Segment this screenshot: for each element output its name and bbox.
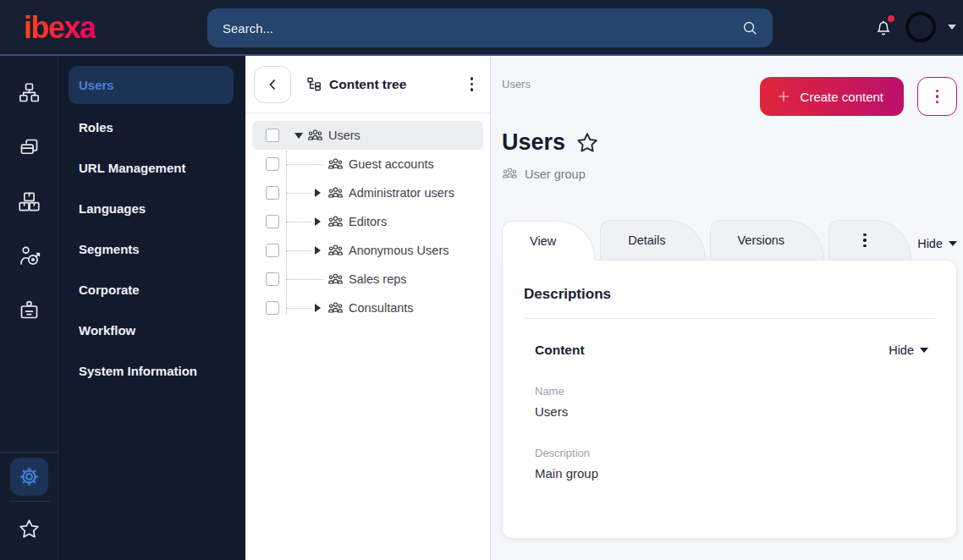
card-divider [524, 318, 935, 319]
tree-guide-line [286, 164, 323, 165]
admin-sidebar: Users Roles URL Management Languages Seg… [58, 56, 245, 560]
tab-details[interactable]: Details [600, 220, 705, 260]
rail-divider [9, 501, 50, 502]
content-tree-icon [306, 76, 322, 92]
tab-bar: View Details Versions Hide [502, 220, 957, 260]
settings-button[interactable] [10, 458, 48, 496]
tree-checkbox[interactable] [266, 272, 279, 286]
content-type-label: User group [525, 167, 586, 181]
tree-item-guest-accounts[interactable]: Guest accounts [252, 150, 483, 178]
ibexa-logo[interactable]: ibexa [24, 10, 96, 46]
tree-item-anonymous-users[interactable]: Anonymous Users [252, 236, 483, 265]
hide-section-toggle[interactable]: Hide [889, 343, 928, 357]
plus-icon [775, 88, 792, 105]
rail-bottom [0, 452, 58, 560]
sidebar-item-url-management[interactable]: URL Management [58, 147, 245, 188]
tree-item-users[interactable]: Users [252, 121, 483, 150]
tab-versions[interactable]: Versions [710, 220, 825, 260]
bookmarks-button[interactable] [10, 510, 48, 548]
user-menu-caret-icon[interactable] [948, 25, 956, 30]
global-search[interactable] [207, 8, 773, 47]
search-icon[interactable] [740, 19, 759, 37]
tree-item-consultants[interactable]: Consultants [252, 294, 483, 322]
id-badge-icon [18, 299, 41, 321]
caret-right-icon[interactable] [315, 304, 321, 312]
tree-checkbox[interactable] [266, 301, 279, 315]
tree-checkbox[interactable] [266, 186, 279, 200]
content-actions-menu[interactable] [917, 77, 957, 116]
tree-guide-line [286, 308, 311, 309]
tree-item-editors[interactable]: Editors [252, 207, 483, 236]
caret-down-icon [920, 348, 928, 353]
caret-right-icon[interactable] [315, 189, 321, 197]
tree-options-menu[interactable] [467, 74, 477, 95]
tree-item-label: Users [328, 129, 360, 142]
sidebar-item-personalization[interactable] [10, 237, 48, 275]
hide-label: Hide [917, 237, 943, 250]
sidebar-item-products[interactable] [10, 183, 48, 221]
sidebar-item-pages[interactable] [10, 129, 48, 167]
tree-checkbox[interactable] [266, 215, 279, 228]
bookmark-star-icon[interactable] [575, 131, 599, 155]
sidebar-item-segments[interactable]: Segments [58, 228, 245, 269]
collapse-tree-button[interactable] [254, 66, 291, 103]
sidebar-item-roles[interactable]: Roles [58, 107, 245, 147]
create-content-button[interactable]: Create content [760, 77, 904, 116]
content-tree-title: Content tree [329, 77, 406, 92]
hide-label: Hide [889, 343, 914, 357]
content-tree-panel: Content tree Users [245, 56, 491, 560]
tab-more-menu[interactable] [828, 220, 911, 260]
sidebar-item-languages[interactable]: Languages [58, 188, 245, 228]
caret-right-icon[interactable] [315, 217, 321, 226]
tree-guide-line [286, 279, 323, 280]
tree-checkbox[interactable] [266, 244, 279, 257]
kebab-icon [860, 230, 870, 251]
tree-item-label: Anonymous Users [349, 244, 448, 257]
card-heading: Descriptions [524, 286, 935, 303]
sidebar-item-users[interactable]: Users [69, 66, 234, 104]
create-content-label: Create content [801, 90, 883, 104]
notification-badge [888, 15, 894, 22]
descriptions-card: Descriptions Content Hide Name Users Des… [502, 260, 957, 539]
tree-item-sales-reps[interactable]: Sales reps [252, 265, 483, 294]
sidebar-item-system-information[interactable]: System Information [58, 350, 245, 391]
tab-view[interactable]: View [502, 221, 596, 261]
field-description: Description Main group [524, 447, 935, 480]
tree-guide-line [286, 193, 311, 194]
notifications-button[interactable] [873, 17, 894, 37]
pages-icon [18, 136, 41, 159]
user-group-icon [327, 300, 344, 316]
tree-checkbox[interactable] [266, 129, 279, 142]
sidebar-item-corporate[interactable]: Corporate [58, 269, 245, 310]
breadcrumb[interactable]: Users [502, 78, 531, 91]
user-group-icon [327, 214, 344, 230]
tree-item-label: Guest accounts [349, 157, 434, 171]
sidebar-item-workflow[interactable]: Workflow [58, 310, 245, 350]
gear-icon [18, 465, 41, 488]
content-tree-header: Content tree [245, 56, 490, 113]
topbar: ibexa [0, 0, 963, 56]
search-input[interactable] [223, 21, 740, 36]
icon-rail [0, 56, 58, 560]
star-icon [18, 518, 41, 541]
tree-item-administrator-users[interactable]: Administrator users [252, 178, 483, 207]
packages-icon [18, 190, 41, 213]
main-content: Users Create content Users [491, 56, 963, 560]
hide-tabs-toggle[interactable]: Hide [917, 237, 957, 250]
caret-down-icon[interactable] [294, 133, 303, 139]
sidebar-item-content[interactable] [10, 74, 48, 113]
content-tree: Users Guest accounts [245, 113, 490, 322]
kebab-icon [933, 86, 943, 107]
user-group-icon [327, 272, 344, 288]
user-group-icon [307, 128, 323, 144]
sidebar-item-admin[interactable] [10, 291, 48, 329]
tree-checkbox[interactable] [266, 157, 279, 171]
topbar-right-cluster [873, 0, 956, 54]
tree-guide-line [286, 250, 311, 251]
field-name: Name Users [524, 385, 935, 419]
field-label: Description [535, 447, 935, 459]
avatar[interactable] [905, 12, 936, 42]
tree-item-label: Administrator users [349, 186, 454, 200]
app-window: ibexa [0, 0, 963, 560]
caret-right-icon[interactable] [315, 246, 321, 255]
